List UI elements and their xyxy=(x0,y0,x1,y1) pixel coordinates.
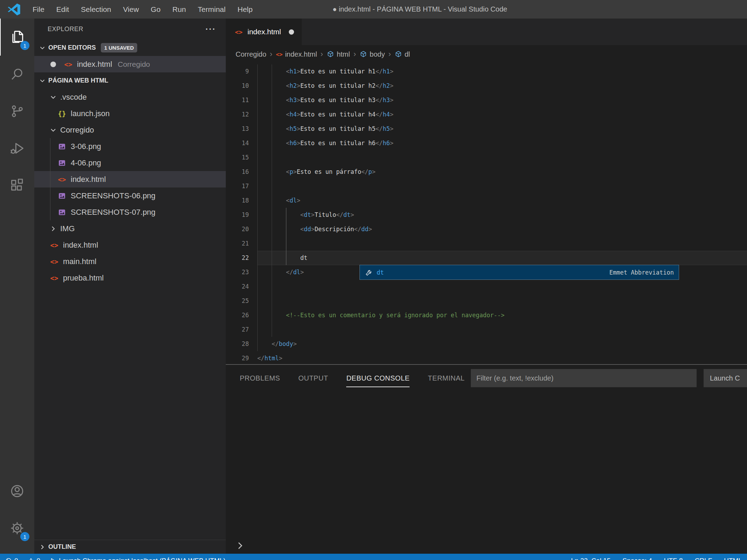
breadcrumb-item-Corregido[interactable]: Corregido xyxy=(236,50,266,58)
open-editor-item[interactable]: <>index.htmlCorregido xyxy=(34,56,226,72)
status-utf8[interactable]: UTF-8 xyxy=(664,557,683,560)
code-text: </body> xyxy=(257,337,297,351)
line-number[interactable]: 14 xyxy=(226,136,249,150)
ellipsis-icon[interactable]: ··· xyxy=(205,24,216,34)
tree-item-.vscode[interactable]: .vscode xyxy=(34,89,226,105)
line-number[interactable]: 25 xyxy=(226,294,249,308)
status-ln[interactable]: Ln 22, Col 15 xyxy=(571,557,610,560)
code-line-22[interactable]: 22 dt xyxy=(226,251,747,265)
code-line-13[interactable]: 13 <h5>Esto es un titular h5</h5> xyxy=(226,122,747,136)
menu-help[interactable]: Help xyxy=(231,0,258,19)
tree-item-screenshots-07.png[interactable]: SCREENSHOTS-07.png xyxy=(34,204,226,220)
menu-file[interactable]: File xyxy=(27,0,50,19)
code-line-28[interactable]: 28 </body> xyxy=(226,337,747,351)
code-line-11[interactable]: 11 <h3>Esto es un titular h3</h3> xyxy=(226,93,747,107)
explorer-icon[interactable]: 1 xyxy=(0,19,34,56)
code-line-15[interactable]: 15 xyxy=(226,150,747,165)
line-number[interactable]: 20 xyxy=(226,222,249,236)
accounts-icon[interactable] xyxy=(0,473,34,510)
code-line-27[interactable]: 27 xyxy=(226,322,747,337)
code-line-26[interactable]: 26 <!--Esto es un comentario y será igno… xyxy=(226,308,747,322)
menu-terminal[interactable]: Terminal xyxy=(192,0,231,19)
breadcrumb-item-dl[interactable]: dl xyxy=(395,50,410,58)
tab-index-html[interactable]: <> index.html xyxy=(226,19,302,45)
line-number[interactable]: 13 xyxy=(226,122,249,136)
code-line-20[interactable]: 20 <dd>Descripción</dd> xyxy=(226,222,747,236)
code-line-12[interactable]: 12 <h4>Esto es un titular h4</h4> xyxy=(226,107,747,122)
line-number[interactable]: 21 xyxy=(226,236,249,251)
folder-section-header[interactable]: PÁGINA WEB HTML xyxy=(34,72,226,89)
line-number[interactable]: 22 xyxy=(226,251,249,265)
code-line-25[interactable]: 25 xyxy=(226,294,747,308)
menu-go[interactable]: Go xyxy=(145,0,167,19)
menu-view[interactable]: View xyxy=(117,0,145,19)
tree-item-index.html[interactable]: <>index.html xyxy=(34,237,226,253)
suggest-widget[interactable]: dt Emmet Abbreviation xyxy=(359,265,679,280)
code-line-24[interactable]: 24 xyxy=(226,279,747,294)
panel-tab-output[interactable]: OUTPUT xyxy=(298,365,328,391)
breadcrumb-item-index.html[interactable]: <>index.html xyxy=(276,50,317,58)
menu-run[interactable]: Run xyxy=(167,0,192,19)
status-error-circle[interactable]: 0 xyxy=(5,557,18,560)
chevron-down-icon xyxy=(49,93,57,101)
line-number[interactable]: 18 xyxy=(226,193,249,208)
breadcrumb-item-body[interactable]: body xyxy=(359,50,385,58)
tree-item-3-06.png[interactable]: 3-06.png xyxy=(34,138,226,155)
launch-config-dropdown[interactable]: Launch C xyxy=(704,369,747,387)
code-line-19[interactable]: 19 <dt>Titulo</dt> xyxy=(226,208,747,222)
line-number[interactable]: 29 xyxy=(226,351,249,364)
tree-item-index.html[interactable]: <>index.html xyxy=(34,171,226,187)
code-line-18[interactable]: 18 <dl> xyxy=(226,193,747,208)
run-and-debug-icon[interactable] xyxy=(0,130,34,167)
line-number[interactable]: 19 xyxy=(226,208,249,222)
line-number[interactable]: 23 xyxy=(226,265,249,279)
code-line-14[interactable]: 14 <h6>Esto es un titular h6</h6> xyxy=(226,136,747,150)
code-line-9[interactable]: 9 <h1>Esto es un titular h1</h1> xyxy=(226,64,747,79)
tree-item-launch.json[interactable]: {}launch.json xyxy=(34,105,226,122)
status-play[interactable]: Launch Chrome against localhost (PÁGINA … xyxy=(49,557,225,560)
indent-guide xyxy=(50,171,50,187)
status-spaces[interactable]: Spaces: 4 xyxy=(622,557,652,560)
code-line-17[interactable]: 17 xyxy=(226,179,747,193)
line-number[interactable]: 15 xyxy=(226,150,249,165)
menu-selection[interactable]: Selection xyxy=(75,0,117,19)
debug-console-body[interactable] xyxy=(226,391,747,560)
status-warning-triangle[interactable]: 0 xyxy=(27,557,41,560)
tree-item-main.html[interactable]: <>main.html xyxy=(34,253,226,270)
extensions-icon[interactable] xyxy=(0,167,34,204)
tree-item-4-06.png[interactable]: 4-06.png xyxy=(34,155,226,171)
line-number[interactable]: 10 xyxy=(226,79,249,93)
panel-tab-debug-console[interactable]: DEBUG CONSOLE xyxy=(346,365,410,391)
code-line-10[interactable]: 10 <h2>Esto es un titular h2</h2> xyxy=(226,79,747,93)
line-number[interactable]: 26 xyxy=(226,308,249,322)
code-line-16[interactable]: 16 <p>Esto es un párrafo</p> xyxy=(226,165,747,179)
status-html[interactable]: HTML xyxy=(724,557,742,560)
tree-item-img[interactable]: IMG xyxy=(34,220,226,237)
line-number[interactable]: 17 xyxy=(226,179,249,193)
breadcrumb-item-html[interactable]: html xyxy=(327,50,350,58)
panel-tab-problems[interactable]: PROBLEMS xyxy=(240,365,280,391)
line-number[interactable]: 24 xyxy=(226,279,249,294)
modified-dot-icon[interactable] xyxy=(289,29,294,35)
line-number[interactable]: 16 xyxy=(226,165,249,179)
tree-item-corregido[interactable]: Corregido xyxy=(34,122,226,138)
line-number[interactable]: 28 xyxy=(226,337,249,351)
source-control-icon[interactable] xyxy=(0,93,34,130)
code-line-21[interactable]: 21 xyxy=(226,236,747,251)
search-icon[interactable] xyxy=(0,56,34,93)
line-number[interactable]: 9 xyxy=(226,64,249,79)
tree-item-screenshots-06.png[interactable]: SCREENSHOTS-06.png xyxy=(34,187,226,204)
tree-item-prueba.html[interactable]: <>prueba.html xyxy=(34,270,226,286)
console-filter-input[interactable] xyxy=(471,369,697,387)
status-crlf[interactable]: CRLF xyxy=(695,557,712,560)
settings-icon[interactable]: 1 xyxy=(0,510,34,547)
outline-section-header[interactable]: OUTLINE xyxy=(34,540,226,554)
panel-tab-terminal[interactable]: TERMINAL xyxy=(428,365,465,391)
open-editors-header[interactable]: OPEN EDITORS 1 UNSAVED xyxy=(34,40,226,56)
line-number[interactable]: 12 xyxy=(226,107,249,122)
code-editor[interactable]: 29</html>28 </body>2726 <!--Esto es un c… xyxy=(226,63,747,364)
line-number[interactable]: 27 xyxy=(226,322,249,337)
menu-edit[interactable]: Edit xyxy=(50,0,75,19)
line-number[interactable]: 11 xyxy=(226,93,249,107)
code-line-29[interactable]: 29</html> xyxy=(226,351,747,364)
